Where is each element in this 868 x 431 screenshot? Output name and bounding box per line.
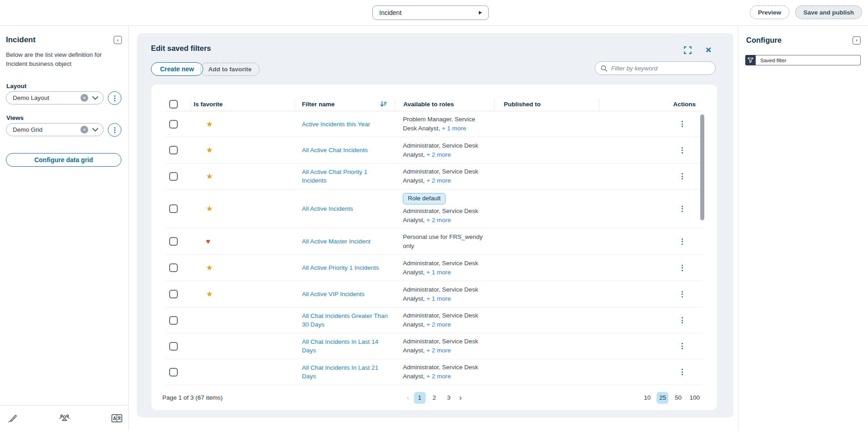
search-input[interactable] <box>611 65 710 72</box>
column-header-published-to[interactable]: Published to <box>494 99 599 110</box>
star-icon[interactable]: ★ <box>206 172 213 181</box>
column-header-available-to-roles[interactable]: Available to roles <box>395 99 494 110</box>
filter-name-link[interactable]: All Chat Incidents Greater Than 30 Days <box>302 312 388 328</box>
row-checkbox[interactable] <box>169 204 178 213</box>
row-actions-kebab[interactable] <box>680 204 685 214</box>
sidebar-title: Incident <box>6 35 35 45</box>
page-size-chip[interactable]: 25 <box>657 392 668 404</box>
star-icon[interactable]: ★ <box>206 290 213 298</box>
configure-title: Configure <box>746 36 782 45</box>
business-object-selector-value: Incident <box>379 9 401 16</box>
expand-panel-icon[interactable]: › <box>853 36 861 45</box>
views-options-kebab[interactable] <box>108 123 121 137</box>
views-label: Views <box>6 114 24 121</box>
roles-text: Administrator, Service Desk Analyst, + 1… <box>403 285 487 303</box>
page-size-chip[interactable]: 10 <box>641 392 653 404</box>
audience-users-icon[interactable] <box>59 413 70 424</box>
save-and-publish-button[interactable]: Save and publish <box>795 5 862 19</box>
filter-name-link[interactable]: All Active Priority 1 Incidents <box>302 264 379 271</box>
select-all-checkbox[interactable] <box>169 100 178 109</box>
layout-label: Layout <box>6 83 26 89</box>
filter-name-link[interactable]: All Chat Incidents In Last 21 Days <box>302 364 378 380</box>
row-actions-kebab[interactable] <box>680 315 685 325</box>
collapse-panel-icon[interactable]: ‹ <box>114 36 122 44</box>
saved-filter-label: Saved filter <box>756 55 861 65</box>
configure-data-grid-button[interactable]: Configure data grid <box>6 153 121 167</box>
table-scrollbar-thumb[interactable] <box>700 114 704 220</box>
next-page-icon[interactable]: › <box>457 393 464 402</box>
more-roles-link[interactable]: + 1 more <box>426 269 451 276</box>
filter-name-link[interactable]: All Active Chat Priority 1 Incidents <box>302 168 367 184</box>
row-actions-kebab[interactable] <box>680 237 685 247</box>
table-header: Is favorite Filter name Available to rol… <box>166 98 702 111</box>
expand-fullscreen-icon[interactable] <box>684 46 692 54</box>
add-to-favorite-button[interactable]: Add to favorite <box>200 63 260 76</box>
preview-button[interactable]: Preview <box>750 5 789 19</box>
svg-text:A: A <box>113 416 116 421</box>
role-default-badge: Role default <box>403 193 446 204</box>
brush-theme-icon[interactable] <box>7 413 18 424</box>
star-icon[interactable]: ★ <box>206 263 213 272</box>
row-checkbox[interactable] <box>169 237 178 246</box>
row-actions-kebab[interactable] <box>680 171 685 181</box>
views-select[interactable]: Demo Grid ✕ <box>6 123 104 136</box>
create-new-button[interactable]: Create new <box>151 62 203 76</box>
column-header-filter-name[interactable]: Filter name <box>295 99 395 110</box>
row-checkbox[interactable] <box>169 342 178 351</box>
filter-name-link[interactable]: Active Incidents this Year <box>302 121 370 128</box>
more-roles-link[interactable]: + 1 more <box>426 295 451 302</box>
row-actions-kebab[interactable] <box>680 263 685 273</box>
row-checkbox[interactable] <box>169 290 178 298</box>
clear-icon[interactable]: ✕ <box>80 94 88 102</box>
filter-name-link[interactable]: All Active Chat Incidents <box>302 147 368 154</box>
close-icon[interactable]: ✕ <box>705 45 712 55</box>
more-roles-link[interactable]: + 2 more <box>426 347 451 354</box>
row-actions-kebab[interactable] <box>680 341 685 351</box>
more-roles-link[interactable]: + 1 more <box>442 125 467 132</box>
heart-icon[interactable]: ♥ <box>206 238 211 245</box>
row-checkbox[interactable] <box>169 368 178 377</box>
business-object-selector[interactable]: Incident <box>372 5 489 20</box>
caret-right-icon <box>479 11 482 15</box>
column-header-is-favorite[interactable]: Is favorite <box>191 99 295 110</box>
row-actions-kebab[interactable] <box>680 145 685 155</box>
row-checkbox[interactable] <box>169 316 178 325</box>
more-roles-link[interactable]: + 2 more <box>426 151 451 158</box>
more-roles-link[interactable]: + 2 more <box>426 177 451 184</box>
views-select-value: Demo Grid <box>13 126 80 133</box>
more-roles-link[interactable]: + 2 more <box>426 321 451 328</box>
sort-descending-icon[interactable] <box>380 101 387 108</box>
layout-options-kebab[interactable] <box>108 91 121 105</box>
row-actions-kebab[interactable] <box>680 289 685 299</box>
page-number-chip[interactable]: 1 <box>414 392 426 404</box>
star-icon[interactable]: ★ <box>206 204 213 213</box>
filter-keyword-search[interactable] <box>595 61 716 75</box>
row-checkbox[interactable] <box>169 146 178 154</box>
page-number-chip[interactable]: 3 <box>443 392 455 404</box>
row-actions-kebab[interactable] <box>680 367 685 377</box>
page-size-chip[interactable]: 50 <box>672 392 684 404</box>
clear-icon[interactable]: ✕ <box>80 126 88 134</box>
table-row: ★All Active Priority 1 IncidentsAdminist… <box>166 255 702 281</box>
page-number-chip[interactable]: 2 <box>428 392 440 404</box>
more-roles-link[interactable]: + 2 more <box>426 373 451 380</box>
row-checkbox[interactable] <box>169 172 178 181</box>
table-row: All Chat Incidents In Last 21 DaysAdmini… <box>166 359 702 385</box>
row-actions-kebab[interactable] <box>680 119 685 129</box>
page-size-chip[interactable]: 100 <box>687 392 702 404</box>
filter-name-link[interactable]: All Active Incidents <box>302 205 353 212</box>
row-checkbox[interactable] <box>169 263 178 272</box>
roles-text: Problem Manager, Service Desk Analyst, +… <box>403 115 487 133</box>
filter-name-link[interactable]: All Active Master Incident <box>302 238 371 245</box>
saved-filter-component[interactable]: Saved filter <box>745 55 861 65</box>
layout-select[interactable]: Demo Layout ✕ <box>6 91 104 104</box>
row-checkbox[interactable] <box>169 120 178 129</box>
star-icon[interactable]: ★ <box>206 120 213 129</box>
more-roles-link[interactable]: + 2 more <box>426 217 451 223</box>
previous-page-icon[interactable]: ‹ <box>405 393 411 402</box>
filter-name-link[interactable]: All Active VIP Incidents <box>302 291 365 297</box>
translate-language-icon[interactable]: A <box>111 413 122 424</box>
star-icon[interactable]: ★ <box>206 146 213 154</box>
topbar-actions: Preview Save and publish <box>750 5 862 19</box>
filter-name-link[interactable]: All Chat Incidents In Last 14 Days <box>302 338 378 354</box>
